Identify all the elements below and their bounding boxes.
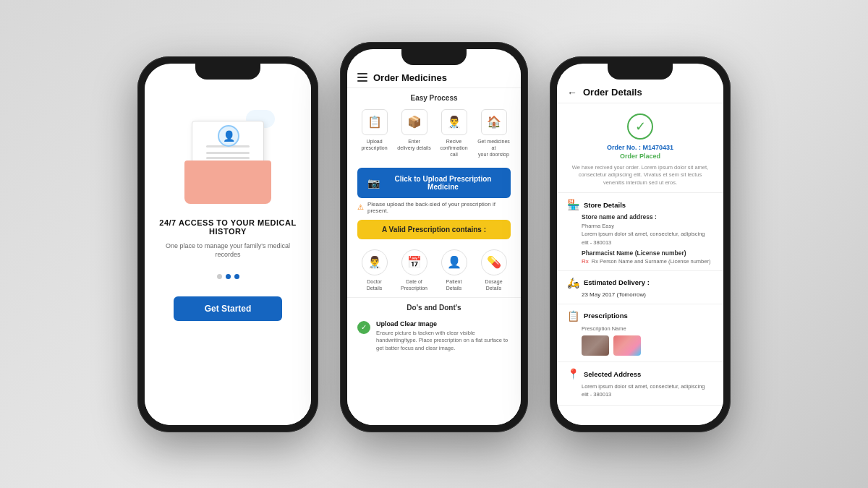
order-details-header: ← Order Details: [557, 81, 723, 103]
prescription-thumb-1: [582, 335, 609, 356]
dot-2[interactable]: [226, 274, 231, 279]
phone-notch-1: [195, 64, 260, 80]
step-upload-label: Uploadprescription: [361, 138, 387, 151]
text-line-3: [206, 157, 250, 159]
dosage-icon: 💊: [481, 249, 507, 275]
prescriptions-section-title: Prescriptions: [584, 312, 628, 320]
prescription-item-doctor: 👨‍⚕️ DoctorDetails: [357, 249, 392, 291]
patient-label: PatientDetails: [446, 278, 462, 291]
selected-address-section: 📍 Selected Address Lorem ipsum dolor sit…: [557, 362, 723, 406]
dot-3[interactable]: [234, 274, 239, 279]
easy-process-title: Easy Process: [347, 88, 521, 106]
store-details-section: 🏪 Store Details Store name and address :…: [557, 193, 723, 271]
prescription-item-dosage: 💊 DosageDetails: [477, 249, 511, 291]
phone-1: 👤 + + +: [137, 56, 318, 432]
delivery-section-title: Estimated Delivery :: [584, 278, 650, 286]
warning-text: Please upload the back-sied of your pres…: [367, 201, 511, 214]
order-confirmation: ✓ Order No. : M1470431 Order Placed We h…: [557, 103, 723, 194]
order-description: We have recived your order. Lorem ipsum …: [567, 164, 713, 187]
ham-line-3: [357, 80, 367, 82]
step-upload-icon: 📋: [362, 109, 388, 135]
prescriptions-section-header: 📋 Prescriptions: [567, 310, 713, 322]
phone2-header-title: Order Medicines: [373, 72, 447, 83]
order-number-label: Order No. :: [607, 144, 643, 151]
delivery-date: 23 May 2017 (Tomorrow): [567, 291, 713, 298]
store-section-header: 🏪 Store Details: [567, 199, 713, 210]
phone1-title: 24/7 ACCESS TO YOUR MEDICAL HISTORY: [159, 218, 297, 236]
phone1-screen: 👤 + + +: [145, 81, 311, 425]
avatar-icon: 👤: [218, 125, 239, 147]
prescriptions-section: 📋 Prescriptions Prescription Name: [557, 304, 723, 362]
phone-notch-3: [608, 64, 673, 80]
do-item-clear-image: ✓ Upload Clear Image Ensure picture is t…: [347, 316, 521, 357]
dot-1[interactable]: [217, 274, 222, 279]
store-name-value: Pharma Easy: [567, 222, 713, 230]
medical-illustration: 👤 + + +: [177, 110, 278, 204]
store-section-title: Store Details: [584, 201, 626, 209]
delivery-icon: 🛵: [567, 277, 579, 288]
ham-line-1: [357, 73, 367, 74]
prescription-item-patient: 👤 PatientDetails: [437, 249, 472, 291]
delivery-section: 🛵 Estimated Delivery : 23 May 2017 (Tomo…: [557, 271, 723, 304]
order-check-icon: ✓: [627, 114, 653, 140]
address-icon: 📍: [567, 368, 579, 380]
store-name-label: Store name and address :: [567, 213, 713, 221]
selected-address-text: Lorem ipsum dolor sit amet, consectetur,…: [567, 382, 713, 399]
doctor-label: DoctorDetails: [367, 278, 382, 291]
do-item-desc: Ensure picture is tacken with clear visi…: [376, 330, 511, 353]
phone-2: Order Medicines Easy Process 📋 Uploadpre…: [340, 42, 528, 432]
check-circle-icon: ✓: [357, 321, 370, 334]
step-delivery-label: Enterdelivery details: [397, 138, 430, 151]
prescription-name: Prescription Name: [567, 325, 713, 333]
address-section-header: 📍 Selected Address: [567, 368, 713, 380]
phone-3: ← Order Details ✓ Order No. : M1470431 O…: [550, 56, 731, 432]
step-doorstep-label: Get medicines atyour doorstop: [476, 138, 512, 158]
step-confirmation-icon: 👨‍⚕️: [441, 109, 467, 135]
prescription-item-date: 📅 Date ofPrescription: [397, 249, 432, 291]
order-medicines-header: Order Medicines: [347, 67, 521, 88]
phone3-screen: ← Order Details ✓ Order No. : M1470431 O…: [557, 81, 723, 425]
date-icon: 📅: [401, 249, 427, 275]
dos-donts-title: Do's and Dont's: [347, 298, 521, 316]
step-upload: 📋 Uploadprescription: [357, 109, 393, 158]
phone-notch-2: [401, 49, 467, 65]
date-label: Date ofPrescription: [401, 278, 427, 291]
rx-icon: Rx: [582, 258, 589, 265]
get-started-button[interactable]: Get Started: [174, 296, 282, 321]
phone2-screen: Order Medicines Easy Process 📋 Uploadpre…: [347, 67, 521, 425]
phone1-subtitle: One place to manage your family's medica…: [159, 241, 297, 260]
order-status: Order Placed: [620, 153, 660, 160]
address-section-title: Selected Address: [584, 370, 641, 378]
book-base: [184, 160, 271, 204]
valid-prescription-box: A Valid Prescription contains :: [357, 220, 511, 239]
do-content: Upload Clear Image Ensure picture is tac…: [376, 320, 511, 353]
back-button[interactable]: ←: [567, 87, 577, 98]
upload-button-label: Click to Upload Prescription Medicine: [386, 175, 501, 191]
pagination-dots: [217, 274, 239, 279]
dosage-label: DosageDetails: [485, 278, 502, 291]
phone3-header-title: Order Details: [583, 87, 642, 98]
warning-icon: ⚠: [357, 203, 364, 211]
upload-warning: ⚠ Please upload the back-sied of your pr…: [357, 201, 511, 214]
store-icon: 🏪: [567, 199, 579, 210]
step-delivery: 📦 Enterdelivery details: [396, 109, 433, 158]
step-confirmation-label: Reciveconfirmation call: [436, 138, 472, 158]
doctor-icon: 👨‍⚕️: [362, 249, 388, 275]
delivery-section-header: 🛵 Estimated Delivery :: [567, 277, 713, 288]
step-confirmation: 👨‍⚕️ Reciveconfirmation call: [436, 109, 472, 158]
camera-icon: 📷: [367, 177, 380, 189]
step-doorstep: 🏠 Get medicines atyour doorstop: [476, 109, 512, 158]
patient-icon: 👤: [441, 249, 467, 275]
pharmacist-value: Rx Rx Person Name and Surname (License n…: [567, 258, 713, 265]
upload-prescription-button[interactable]: 📷 Click to Upload Prescription Medicine: [357, 168, 511, 198]
prescription-thumb-2: [613, 335, 641, 356]
text-line-2: [206, 152, 250, 154]
menu-icon[interactable]: [357, 73, 367, 82]
prescription-images: [567, 335, 713, 356]
process-steps: 📋 Uploadprescription 📦 Enterdelivery det…: [347, 106, 521, 163]
order-number-value: M1470431: [642, 144, 673, 151]
step-delivery-icon: 📦: [401, 109, 427, 135]
pharmacist-label: Pharmacist Name (License number): [567, 249, 713, 257]
order-number: Order No. : M1470431: [607, 144, 673, 151]
prescriptions-icon: 📋: [567, 310, 579, 322]
